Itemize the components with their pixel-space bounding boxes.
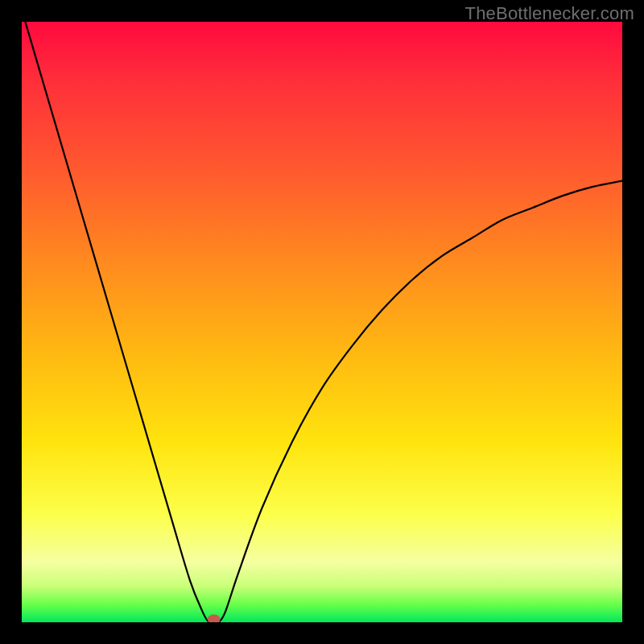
bottleneck-curve: [22, 22, 622, 622]
chart-frame: TheBottlenecker.com: [0, 0, 644, 644]
optimal-point-marker: [208, 614, 221, 622]
curve-layer: [22, 22, 622, 622]
bottleneck-curve-path: [22, 22, 622, 622]
watermark-text: TheBottlenecker.com: [465, 3, 634, 24]
plot-area: [22, 22, 622, 622]
